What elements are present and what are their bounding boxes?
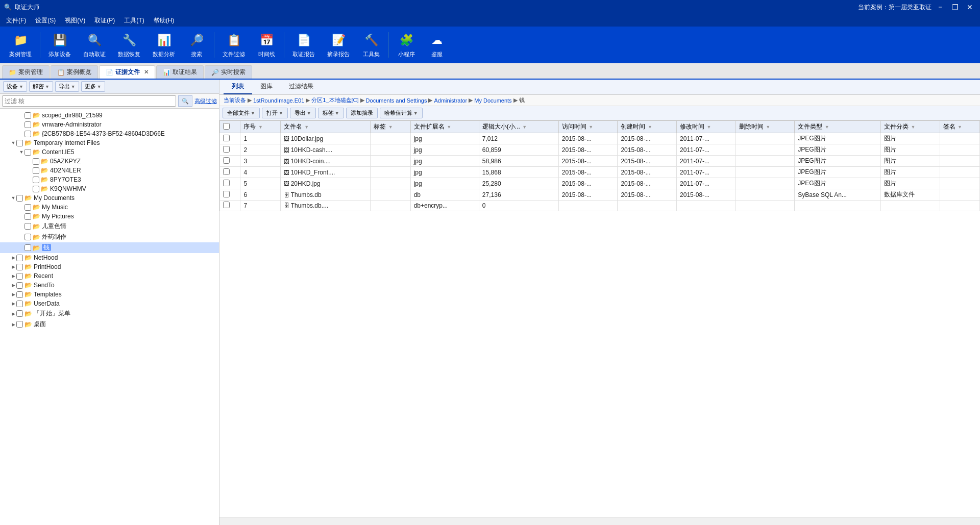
tree-item-recent[interactable]: ▶📂Recent [0,271,219,281]
tree-item-temp-inet[interactable]: ▼📂Temporary Internet Files [0,138,219,147]
table-row[interactable]: 6🗄Thumbs.dbdb27,1362015-08-...2015-08-..… [220,189,980,201]
view-tab-filter-result[interactable]: 过滤结果 [281,80,322,94]
menu-item-视图(V)[interactable]: 视图(V) [61,15,89,26]
toolbar-btn-applet[interactable]: 🧩小程序 [392,30,421,60]
tree-item-sendto[interactable]: ▶📂SendTo [0,281,219,290]
table-row[interactable]: 7🗄Thumbs.db....db+encryp...0 [220,201,980,211]
filter-input[interactable] [2,95,176,107]
tree-checkbox-my-pictures[interactable] [24,213,31,220]
view-tab-gallery[interactable]: 图库 [252,80,281,94]
col-header-size[interactable]: 逻辑大小(小... ▼ [479,121,558,133]
tree-checkbox-sendto[interactable] [16,282,23,289]
tree-checkbox-children-color[interactable] [24,223,31,230]
tree-item-8py7ote3[interactable]: 📂8PY7OTE3 [0,175,219,184]
tree-checkbox-start-menu[interactable] [16,310,23,317]
minimize-button[interactable]: － [934,3,947,12]
toolbar-btn-add-device[interactable]: 💾添加设备 [43,30,76,60]
toolbar-btn-tools[interactable]: 🔨工具集 [357,30,385,60]
expand-icon-templates[interactable]: ▶ [10,292,16,297]
tree-checkbox-guid-folder[interactable] [24,131,31,137]
col-header-ext[interactable]: 文件扩展名 ▼ [410,121,479,133]
menu-item-文件(F)[interactable]: 文件(F) [2,15,30,26]
menu-item-工具(T)[interactable]: 工具(T) [120,15,148,26]
expand-icon-start-menu[interactable]: ▶ [10,311,16,316]
col-header-signature[interactable]: 签名 ▼ [940,121,979,133]
add-record-btn[interactable]: 添加摘录 [346,108,378,118]
col-header-tag[interactable]: 标签 ▼ [371,121,410,133]
breadcrumb-item-2[interactable]: 分区1_本地磁盘[C] [311,96,358,104]
tab-case-mgmt[interactable]: 📁 案例管理 [2,65,50,79]
tab-cert-file[interactable]: 📄 证据文件✕ [99,65,155,79]
tree-checkbox-05azkpyz[interactable] [33,158,39,165]
row-checkbox-4[interactable] [223,168,230,175]
tree-checkbox-vmware-admin[interactable] [24,121,31,128]
col-header-checkbox[interactable] [220,121,240,133]
tree-item-content-ie5[interactable]: ▼📂Content.IE5 [0,147,219,157]
col-header-filename[interactable]: 文件名 ▼ [280,121,371,133]
row-checkbox-2[interactable] [223,146,230,153]
row-checkbox-6[interactable] [223,191,230,197]
toolbar-btn-auto-cert[interactable]: 🔍自动取证 [78,30,111,60]
col-header-modify_time[interactable]: 修改时间 ▼ [677,121,736,133]
all-files-btn[interactable]: 全部文件 ▼ [223,108,260,118]
expand-icon-temp-inet[interactable]: ▼ [10,140,16,145]
tree-item-nethood[interactable]: ▶📂NetHood [0,253,219,262]
col-header-no[interactable]: 序号 ▼ [240,121,280,133]
tree-item-scoped_dir[interactable]: 📂scoped_dir980_21599 [0,111,219,120]
toolbar-btn-data-recover[interactable]: 🔧数据恢复 [113,30,145,60]
toolbar-btn-timeline[interactable]: 📅时间线 [252,30,281,60]
tag-btn[interactable]: 标签 ▼ [318,108,344,118]
tree-checkbox-explosives[interactable] [24,234,31,240]
tab-case-overview[interactable]: 📋 案例概览 [51,65,98,79]
tree-checkbox-my-music[interactable] [24,204,31,211]
breadcrumb-item-4[interactable]: Administrator [434,97,467,104]
expand-icon-sendto[interactable]: ▶ [10,283,16,288]
tree-item-05azkpyz[interactable]: 📂05AZKPYZ [0,157,219,166]
table-row[interactable]: 4🖼10HKD_Front....jpg15,8682015-08-...201… [220,167,980,178]
table-row[interactable]: 1🖼10Dollar.jpgjpg7,0122015-08-...2015-08… [220,133,980,144]
tree-checkbox-userdata[interactable] [16,301,23,307]
expand-icon-printhood[interactable]: ▶ [10,264,16,269]
open-btn[interactable]: 打开 ▼ [262,108,288,118]
left-btn-设备[interactable]: 设备 ▼ [3,81,27,92]
menu-item-帮助(H)[interactable]: 帮助(H) [150,15,179,26]
view-tab-list[interactable]: 列表 [224,80,252,94]
left-btn-导出[interactable]: 导出 ▼ [55,81,79,92]
tree-item-my-music[interactable]: 📂My Music [0,203,219,212]
toolbar-btn-case-mgmt[interactable]: 📁案例管理 [4,30,37,60]
tree-item-desktop[interactable]: ▶📂桌面 [0,319,219,330]
tree-item-my-documents[interactable]: ▼📂My Documents [0,193,219,203]
table-row[interactable]: 5🖼20HKD.jpgjpg25,2802015-08-...2015-08-.… [220,178,980,189]
row-checkbox-3[interactable] [223,157,230,164]
tree-item-children-color[interactable]: 📂儿童色情 [0,221,219,232]
toolbar-btn-data-analysis[interactable]: 📊数据分析 [148,30,180,60]
col-header-file_category[interactable]: 文件分类 ▼ [880,121,940,133]
tree-checkbox-temp-inet[interactable] [16,140,23,146]
expand-icon-recent[interactable]: ▶ [10,273,16,279]
select-all-checkbox[interactable] [223,123,230,130]
row-checkbox-7[interactable] [223,202,230,208]
file-table-container[interactable]: 序号 ▼文件名 ▼标签 ▼文件扩展名 ▼逻辑大小(小... ▼访问时间 ▼创建时… [219,120,980,517]
tree-item-printhood[interactable]: ▶📂PrintHood [0,262,219,271]
tree-checkbox-printhood[interactable] [16,264,23,270]
tree-checkbox-templates[interactable] [16,291,23,298]
table-row[interactable]: 3🖼10HKD-coin....jpg58,9862015-08-...2015… [220,156,980,167]
menu-item-取证(P)[interactable]: 取证(P) [90,15,119,26]
breadcrumb-item-5[interactable]: My Documents [474,97,511,104]
toolbar-btn-cloud[interactable]: ☁鉴服 [423,30,451,60]
tree-container[interactable]: 📂scoped_dir980_21599📂vmware-Administrato… [0,109,219,525]
expand-icon-desktop[interactable]: ▶ [10,322,16,327]
row-checkbox-5[interactable] [223,180,230,186]
tree-checkbox-4d2n4ler[interactable] [33,167,39,174]
tab-realtime-search[interactable]: 🔎 实时搜索 [205,65,252,79]
expand-icon-nethood[interactable]: ▶ [10,255,16,260]
tree-checkbox-my-documents[interactable] [16,195,23,202]
tree-checkbox-k9qnwhmv[interactable] [33,186,39,192]
tree-checkbox-scoped_dir[interactable] [24,112,31,119]
col-header-file_type[interactable]: 文件类型 ▼ [795,121,881,133]
hscroll[interactable] [219,517,980,525]
close-button[interactable]: ✕ [964,3,976,11]
toolbar-btn-record-report[interactable]: 📝摘录报告 [322,30,355,60]
tree-item-vmware-admin[interactable]: 📂vmware-Administrator [0,120,219,129]
breadcrumb-item-0[interactable]: 当前设备 [224,96,246,104]
